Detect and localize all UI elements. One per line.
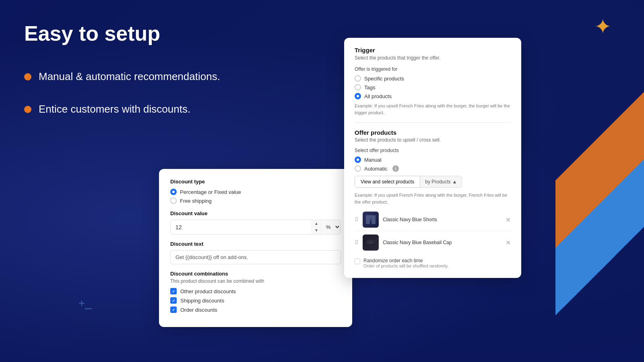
discount-unit-select[interactable]: % $ [321, 220, 341, 234]
radio-free-shipping-circle[interactable] [170, 197, 177, 204]
combinations-subtitle: This product discount can be combined wi… [170, 278, 341, 284]
select-offer-products-label: Select offer products [355, 148, 511, 153]
section-divider [355, 122, 511, 123]
offer-automatic[interactable]: Automatic i [355, 165, 511, 172]
chevron-down-icon: ▲ [452, 179, 457, 185]
checkbox-shipping[interactable] [170, 297, 177, 304]
radio-all-circle[interactable] [355, 93, 361, 99]
combination-shipping[interactable]: Shipping discounts [170, 297, 341, 304]
number-spinners: ▲ ▼ [312, 220, 321, 234]
cross-icon: +⎯ [78, 297, 92, 310]
product-thumbnail-shorts [363, 212, 379, 228]
combination-order[interactable]: Order discounts [170, 306, 341, 313]
checkbox-order[interactable] [170, 306, 177, 313]
drag-handle-icon[interactable]: ⠿ [355, 239, 359, 246]
product-name-cap: Classic Navy Blue Baseball Cap [383, 240, 502, 245]
svg-point-6 [368, 241, 373, 244]
discount-value-input-row: ▲ ▼ % $ [170, 220, 341, 234]
product-thumbnail-cap [363, 234, 379, 251]
product-row-shorts: ⠿ Classic Navy Blue Shorts ✕ [355, 208, 511, 231]
discount-value-input[interactable] [171, 220, 312, 234]
radio-automatic-circle[interactable] [355, 165, 361, 172]
randomize-row[interactable]: Randomize order each time Order of produ… [355, 258, 511, 268]
tab-by-products[interactable]: by Products ▲ [420, 176, 462, 188]
decorative-stripe [555, 0, 644, 362]
radio-manual-circle[interactable] [355, 156, 361, 163]
bullet-dot [24, 73, 31, 80]
radio-tags-circle[interactable] [355, 84, 361, 90]
trigger-example-text: Example: If you upsell French Fries alon… [355, 103, 511, 116]
trigger-subtitle: Select the products that trigger the off… [355, 55, 511, 61]
info-icon: i [392, 165, 399, 172]
trigger-card: Trigger Select the products that trigger… [344, 38, 521, 278]
bullet-dot [24, 106, 31, 113]
offer-example-text: Example: If you upsell French Fries alon… [355, 192, 511, 205]
tab-view-select[interactable]: View and select products [355, 176, 420, 188]
offer-manual[interactable]: Manual [355, 156, 511, 163]
drag-handle-icon[interactable]: ⠿ [355, 216, 359, 223]
trigger-all-products[interactable]: All products [355, 93, 511, 99]
product-name-shorts: Classic Navy Blue Shorts [383, 217, 502, 222]
discount-card: Discount type Percentage or Fixed value … [159, 169, 352, 327]
list-item: Entice customers with discounts. [24, 103, 220, 115]
randomize-sublabel: Order of products will be shuffled rando… [363, 263, 448, 268]
list-item: Manual & automatic recommendations. [24, 70, 220, 83]
offer-products-subtitle: Select the products to upsell / cross se… [355, 137, 511, 143]
svg-rect-3 [369, 218, 372, 221]
star-icon: ✦ [594, 16, 612, 37]
svg-rect-2 [372, 218, 376, 224]
radio-percentage-circle[interactable] [170, 189, 177, 195]
product-row-cap: ⠿ Classic Navy Blue Baseball Cap ✕ [355, 231, 511, 254]
randomize-checkbox[interactable] [355, 259, 360, 264]
spin-down-button[interactable]: ▼ [312, 227, 321, 234]
offer-products-title: Offer products [355, 129, 511, 136]
discount-type-label: Discount type [170, 179, 341, 185]
randomize-label: Randomize order each time [363, 258, 448, 263]
radio-specific-circle[interactable] [355, 75, 361, 82]
remove-product-shorts[interactable]: ✕ [506, 216, 511, 224]
remove-product-cap[interactable]: ✕ [506, 239, 511, 247]
discount-text-input[interactable] [170, 250, 341, 264]
feature-list: Manual & automatic recommendations. Enti… [24, 70, 220, 136]
trigger-tags[interactable]: Tags [355, 84, 511, 90]
discount-type-radio-free-shipping[interactable]: Free shipping [170, 197, 341, 204]
products-tabs-row: View and select products by Products ▲ [355, 176, 511, 188]
trigger-title: Trigger [355, 47, 511, 53]
discount-type-radio-percentage[interactable]: Percentage or Fixed value [170, 189, 341, 195]
trigger-specific-products[interactable]: Specific products [355, 75, 511, 82]
discount-text-label: Discount text [170, 241, 341, 247]
discount-value-label: Discount value [170, 210, 341, 216]
svg-rect-1 [366, 218, 370, 224]
spin-up-button[interactable]: ▲ [312, 220, 321, 227]
combinations-label: Discount combinations [170, 271, 341, 277]
offer-triggered-label: Offer is triggered for [355, 66, 511, 72]
page-heading: Easy to setup [24, 22, 160, 45]
checkbox-other-products[interactable] [170, 288, 177, 294]
combination-other-products[interactable]: Other product discounts [170, 288, 341, 294]
